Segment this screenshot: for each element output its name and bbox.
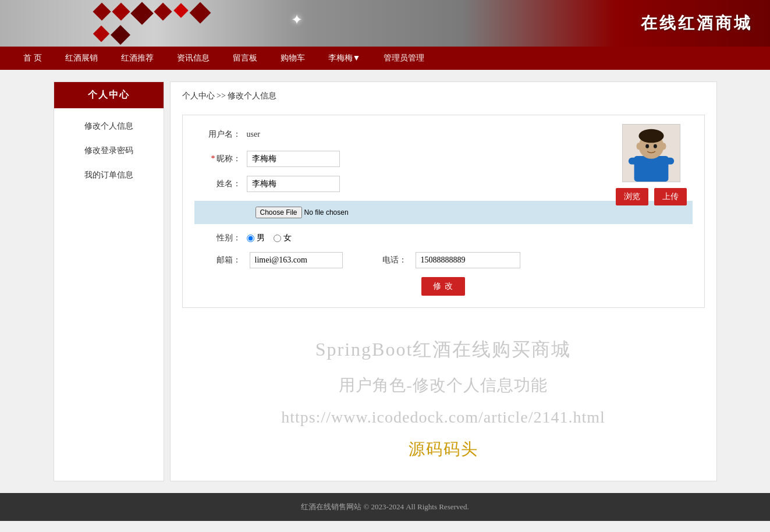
sidebar-item-change-password[interactable]: 修改登录密码 xyxy=(54,139,164,163)
header-banner: ✦ 在线红酒商城 xyxy=(0,0,770,47)
form-container: 浏览 上传 用户名： user *昵称： 姓名： xyxy=(182,115,705,308)
submit-row: 修 改 xyxy=(194,277,693,296)
sidebar: 个人中心 修改个人信息 修改登录密码 我的订单信息 xyxy=(54,81,164,481)
watermark-line1: SpringBoot红酒在线购买商城 xyxy=(194,337,693,363)
username-label: 用户名： xyxy=(194,129,241,140)
upload-button[interactable]: 上传 xyxy=(654,188,687,205)
avatar-image xyxy=(622,124,680,182)
watermark-line3: https://www.icodedock.com/article/2141.h… xyxy=(194,408,693,427)
nav-user-menu[interactable]: 李梅梅▼ xyxy=(317,47,372,70)
realname-input[interactable] xyxy=(247,176,340,192)
watermark-line2: 用户角色-修改个人信息功能 xyxy=(194,374,693,396)
footer-text: 红酒在线销售网站 © 2023-2024 All Rights Reserved… xyxy=(301,502,469,511)
sparkle-icon: ✦ xyxy=(291,12,303,28)
watermark-area: SpringBoot红酒在线购买商城 用户角色-修改个人信息功能 https:/… xyxy=(182,325,705,472)
phone-label: 电话： xyxy=(360,255,407,265)
submit-button[interactable]: 修 改 xyxy=(421,277,465,296)
sidebar-item-edit-profile[interactable]: 修改个人信息 xyxy=(54,114,164,139)
breadcrumb: 个人中心 >> 修改个人信息 xyxy=(182,91,705,106)
svg-point-3 xyxy=(638,129,663,143)
svg-point-8 xyxy=(636,143,641,150)
nav-exhibition[interactable]: 红酒展销 xyxy=(54,47,109,70)
nickname-label: *昵称： xyxy=(194,154,241,164)
sidebar-title: 个人中心 xyxy=(54,82,164,108)
email-field-group: 邮箱： xyxy=(194,252,343,268)
realname-label: 姓名： xyxy=(194,179,241,189)
gender-female-label: 女 xyxy=(283,233,292,243)
gender-male-label: 男 xyxy=(257,233,265,243)
content-area: 个人中心 >> 修改个人信息 xyxy=(170,81,717,481)
browse-button[interactable]: 浏览 xyxy=(616,188,648,205)
required-star: * xyxy=(211,154,215,163)
sidebar-menu: 修改个人信息 修改登录密码 我的订单信息 xyxy=(54,108,164,193)
cube-decoration xyxy=(93,3,221,44)
email-input[interactable] xyxy=(250,252,343,268)
nav-message[interactable]: 留言板 xyxy=(221,47,269,70)
avatar-section: 浏览 上传 xyxy=(616,124,687,205)
nickname-input[interactable] xyxy=(247,151,340,167)
avatar-buttons: 浏览 上传 xyxy=(616,188,687,205)
svg-point-6 xyxy=(645,144,649,148)
watermark-line4: 源码码头 xyxy=(194,438,693,460)
site-title: 在线红酒商城 xyxy=(641,12,753,34)
main-container: 个人中心 修改个人信息 修改登录密码 我的订单信息 个人中心 >> 修改个人信息 xyxy=(54,81,717,481)
nav-news[interactable]: 资讯信息 xyxy=(165,47,221,70)
gender-options: 男 女 xyxy=(247,233,292,243)
svg-point-7 xyxy=(653,144,657,148)
svg-point-9 xyxy=(661,143,666,150)
username-value: user xyxy=(247,127,260,142)
email-label: 邮箱： xyxy=(194,255,241,265)
nav-home[interactable]: 首 页 xyxy=(12,47,54,70)
svg-rect-4 xyxy=(628,158,645,165)
nav-recommend[interactable]: 红酒推荐 xyxy=(109,47,165,70)
gender-male-radio[interactable] xyxy=(247,235,254,242)
nav-admin[interactable]: 管理员管理 xyxy=(372,47,436,70)
gender-label: 性别： xyxy=(194,233,241,243)
file-input[interactable] xyxy=(256,207,388,218)
gender-male-option[interactable]: 男 xyxy=(247,233,265,243)
nav-cart[interactable]: 购物车 xyxy=(269,47,317,70)
footer: 红酒在线销售网站 © 2023-2024 All Rights Reserved… xyxy=(0,493,770,521)
gender-female-radio[interactable] xyxy=(274,235,281,242)
phone-field-group: 电话： xyxy=(360,252,520,268)
email-phone-row: 邮箱： 电话： xyxy=(194,252,693,268)
sidebar-item-my-orders[interactable]: 我的订单信息 xyxy=(54,163,164,187)
phone-input[interactable] xyxy=(416,252,520,268)
gender-female-option[interactable]: 女 xyxy=(274,233,292,243)
nav-bar: 首 页 红酒展销 红酒推荐 资讯信息 留言板 购物车 李梅梅▼ 管理员管理 xyxy=(0,47,770,70)
svg-rect-5 xyxy=(657,158,673,165)
gender-row: 性别： 男 女 xyxy=(194,233,693,243)
